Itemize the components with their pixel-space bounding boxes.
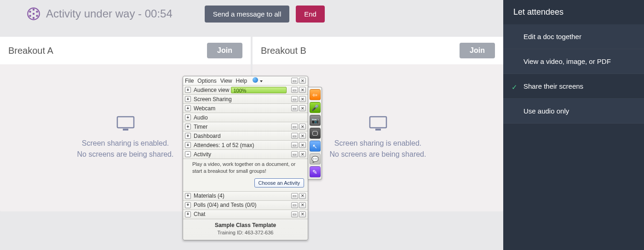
row-close-icon[interactable]: ✕ <box>299 87 306 93</box>
menu-view[interactable]: View <box>220 78 232 84</box>
panel-minimize-icon[interactable]: ▭ <box>291 78 298 84</box>
panel-footer: Sample Class Template Training ID: 463-3… <box>183 219 308 240</box>
svg-point-3 <box>36 15 38 17</box>
row-popout-icon[interactable]: ▭ <box>291 211 298 217</box>
sidebar-item-label: Edit a doc together <box>523 33 581 40</box>
activity-body: Play a video, work together on a documen… <box>183 159 308 191</box>
row-close-icon[interactable]: ✕ <box>299 211 306 217</box>
camera-icon[interactable]: 📷 <box>310 115 321 126</box>
row-popout-icon[interactable]: ▭ <box>291 105 298 111</box>
sidebar-item-edit-doc[interactable]: Edit a doc together <box>503 24 644 49</box>
row-close-icon[interactable]: ✕ <box>299 124 306 130</box>
row-popout-icon[interactable]: ▭ <box>291 133 298 139</box>
breakout-a-message: Screen sharing is enabled. No screens ar… <box>77 138 174 160</box>
sidebar-item-view-media[interactable]: View a video, image, or PDF <box>503 49 644 74</box>
row-screen-sharing: + Screen Sharing ▭✕ <box>183 94 308 103</box>
row-close-icon[interactable]: ✕ <box>299 96 306 102</box>
row-label: Audio <box>194 114 306 121</box>
row-polls: + Polls (0/4) and Tests (0/0) ▭✕ <box>183 200 308 210</box>
svg-point-6 <box>29 11 31 13</box>
panel-close-icon[interactable]: ✕ <box>299 78 306 84</box>
row-close-icon[interactable]: ✕ <box>299 105 306 111</box>
row-popout-icon[interactable]: ▭ <box>291 193 298 199</box>
app-logo-icon <box>27 7 40 21</box>
join-breakout-b-button[interactable]: Join <box>460 43 495 58</box>
row-timer: + Timer ▭✕ <box>183 122 308 131</box>
row-activity: – Activity ▭✕ <box>183 149 308 159</box>
highlighter-icon[interactable]: ✎ <box>310 166 321 177</box>
status-line: Screen sharing is enabled. <box>330 138 426 149</box>
row-label: Materials (4) <box>194 193 289 199</box>
send-message-all-button[interactable]: Send a message to all <box>205 6 289 23</box>
expand-icon[interactable]: + <box>185 114 191 120</box>
row-audience-label: Audience view <box>194 87 229 93</box>
breakout-b-header: Breakout B Join <box>253 37 503 64</box>
svg-rect-8 <box>117 117 134 128</box>
row-materials: + Materials (4) ▭✕ <box>183 191 308 200</box>
audience-progress: 100% <box>231 87 287 93</box>
collapse-icon[interactable]: – <box>185 151 191 157</box>
sidebar-item-share-screens[interactable]: ✓ Share their screens <box>503 74 644 99</box>
breakout-a-header: Breakout A Join <box>0 37 251 64</box>
join-breakout-a-button[interactable]: Join <box>207 43 242 58</box>
row-popout-icon[interactable]: ▭ <box>291 124 298 130</box>
row-close-icon[interactable]: ✕ <box>299 151 306 157</box>
row-popout-icon[interactable]: ▭ <box>291 142 298 148</box>
presenter-panel: File Options View Help ▭ ✕ + Audience vi… <box>183 76 308 240</box>
row-popout-icon[interactable]: ▭ <box>291 87 298 93</box>
sidebar-item-audio-only[interactable]: Use audio only <box>503 99 644 124</box>
row-label: Activity <box>194 151 289 158</box>
row-label: Polls (0/4) and Tests (0/0) <box>194 202 289 208</box>
row-chat: + Chat ▭✕ <box>183 210 308 219</box>
sidebar-item-label: Use audio only <box>523 107 569 115</box>
row-audience: + Audience view 100% ▭✕ <box>183 85 308 94</box>
end-button[interactable]: End <box>296 6 325 23</box>
expand-icon[interactable]: + <box>185 193 191 199</box>
sidebar-item-label: View a video, image, or PDF <box>523 57 611 65</box>
activity-title: Activity under way - 00:54 <box>46 7 172 20</box>
svg-rect-9 <box>123 129 128 131</box>
row-popout-icon[interactable]: ▭ <box>291 96 298 102</box>
row-label: Attendees: 1 of 52 (max) <box>194 142 289 148</box>
breakout-b-message: Screen sharing is enabled. No screens ar… <box>330 138 426 160</box>
svg-point-7 <box>33 13 35 15</box>
menu-options[interactable]: Options <box>197 78 216 84</box>
row-popout-icon[interactable]: ▭ <box>291 202 298 208</box>
monitor-icon <box>369 116 387 131</box>
menu-file[interactable]: File <box>185 78 194 84</box>
row-label: Screen Sharing <box>194 96 289 102</box>
check-icon: ✓ <box>512 83 518 91</box>
row-popout-icon[interactable]: ▭ <box>291 151 298 157</box>
choose-activity-button[interactable]: Choose an Activity <box>254 178 305 188</box>
cursor-icon[interactable]: ↖ <box>310 141 321 152</box>
globe-icon[interactable] <box>251 77 262 84</box>
activity-description: Play a video, work together on a documen… <box>192 161 304 175</box>
row-label: Webcam <box>194 105 289 112</box>
expand-icon[interactable]: + <box>185 124 191 130</box>
screen-icon[interactable]: 🖵 <box>310 128 321 139</box>
right-sidebar: Let attendees Edit a doc together View a… <box>503 0 644 250</box>
status-line: Screen sharing is enabled. <box>77 138 174 149</box>
row-close-icon[interactable]: ✕ <box>299 142 306 148</box>
expand-icon[interactable]: + <box>185 96 191 102</box>
row-close-icon[interactable]: ✕ <box>299 193 306 199</box>
menu-help[interactable]: Help <box>236 78 247 84</box>
row-close-icon[interactable]: ✕ <box>299 202 306 208</box>
expand-icon[interactable]: + <box>185 202 191 208</box>
progress-value: 100% <box>231 88 246 93</box>
row-close-icon[interactable]: ✕ <box>299 133 306 139</box>
expand-icon[interactable]: + <box>185 87 191 93</box>
svg-rect-10 <box>370 117 386 128</box>
svg-point-5 <box>29 15 31 17</box>
expand-icon[interactable]: + <box>185 105 191 111</box>
expand-icon[interactable]: + <box>185 142 191 148</box>
side-toolbar: ⇦ 🎤 📷 🖵 ↖ 💬 ✎ <box>308 87 322 180</box>
back-arrow-icon[interactable]: ⇦ <box>310 89 321 100</box>
chat-bubble-icon[interactable]: 💬 <box>310 153 321 165</box>
expand-icon[interactable]: + <box>185 211 191 217</box>
rightbar-title: Let attendees <box>503 0 644 24</box>
expand-icon[interactable]: + <box>185 133 191 139</box>
svg-rect-11 <box>375 129 381 131</box>
microphone-icon[interactable]: 🎤 <box>310 102 321 113</box>
breakout-b-name: Breakout B <box>261 45 306 56</box>
